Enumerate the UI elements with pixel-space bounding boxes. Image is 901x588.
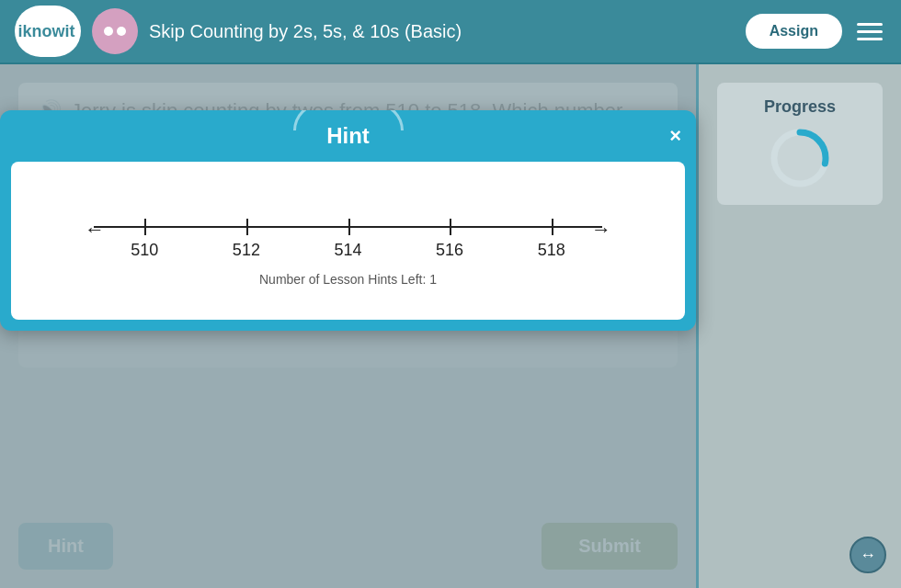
dot-2 — [117, 27, 126, 36]
activity-icon — [92, 8, 138, 54]
label-518: 518 — [538, 241, 565, 260]
number-line: ← → 510 512 — [94, 208, 602, 254]
progress-title: Progress — [732, 97, 868, 117]
hints-remaining-text: Number of Lesson Hints Left: 1 — [259, 272, 437, 287]
logo-text: iknowit — [18, 22, 75, 41]
dot-1 — [104, 27, 113, 36]
tick-510 — [144, 219, 146, 235]
main-content: 🔊 Jerry is skip counting by twos from 51… — [0, 64, 901, 588]
hint-footer: Number of Lesson Hints Left: 1 — [48, 263, 648, 292]
header-title: Skip Counting by 2s, 5s, & 10s (Basic) — [149, 21, 735, 42]
hamburger-line-1 — [857, 23, 883, 26]
activity-dots — [104, 27, 126, 36]
hint-modal-body: ← → 510 512 — [11, 162, 685, 320]
left-panel: 🔊 Jerry is skip counting by twos from 51… — [0, 64, 699, 588]
progress-circle — [768, 126, 832, 190]
logo: iknowit — [15, 6, 81, 57]
progress-svg — [768, 126, 832, 190]
right-panel: Progress ↔ — [699, 64, 901, 588]
modal-overlay: Hint × ← → — [0, 64, 696, 588]
tick-516 — [450, 219, 451, 235]
tick-518 — [552, 219, 553, 235]
menu-button[interactable] — [853, 19, 886, 44]
header: iknowit Skip Counting by 2s, 5s, & 10s (… — [0, 0, 901, 64]
hamburger-line-3 — [857, 38, 883, 40]
hint-modal: Hint × ← → — [0, 110, 696, 331]
tick-512 — [246, 219, 248, 235]
hamburger-line-2 — [857, 30, 883, 33]
hint-arc-decoration — [293, 110, 404, 130]
number-line-left-arrow: ← — [85, 218, 105, 242]
tick-514 — [348, 219, 350, 235]
hint-modal-header: Hint × — [0, 110, 696, 162]
number-line-container: ← → 510 512 — [48, 189, 648, 263]
label-516: 516 — [436, 241, 463, 260]
back-icon: ↔ — [860, 546, 876, 565]
hint-modal-close-button[interactable]: × — [669, 126, 681, 146]
assign-button[interactable]: Assign — [746, 14, 842, 49]
back-button[interactable]: ↔ — [850, 537, 886, 573]
number-line-right-arrow: → — [591, 218, 611, 242]
label-510: 510 — [131, 241, 158, 260]
progress-section: Progress — [717, 83, 883, 205]
label-514: 514 — [334, 241, 361, 260]
label-512: 512 — [233, 241, 260, 260]
